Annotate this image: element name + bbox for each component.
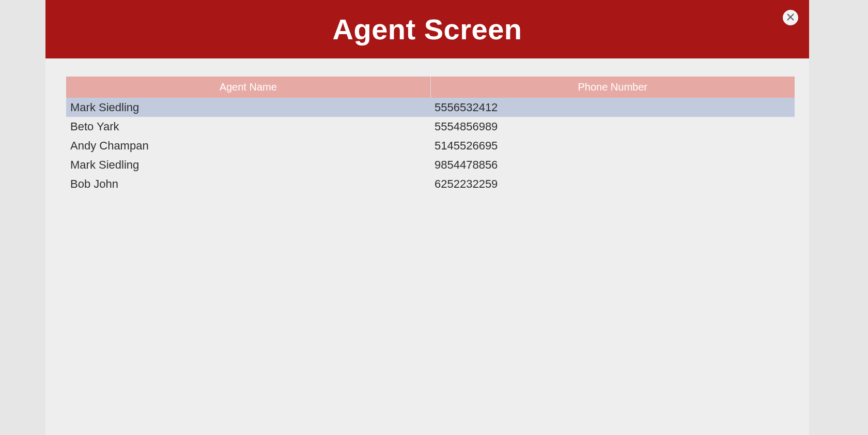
agent-table-wrapper: Agent Name Phone Number Mark Siedling555…	[66, 77, 795, 193]
page-title: Agent Screen	[333, 12, 522, 46]
header-bar: Agent Screen	[45, 0, 809, 58]
cell-agent-name[interactable]: Beto Yark	[66, 117, 430, 136]
agent-screen-panel: Agent Screen Agent Name Phone Number Mar…	[45, 0, 809, 435]
cell-phone-number[interactable]: 9854478856	[430, 155, 795, 174]
close-button[interactable]	[783, 10, 798, 25]
table-header-row: Agent Name Phone Number	[66, 77, 795, 98]
cell-agent-name[interactable]: Mark Siedling	[66, 155, 430, 174]
col-header-phone-number[interactable]: Phone Number	[430, 77, 795, 98]
cell-phone-number[interactable]: 6252232259	[430, 174, 795, 193]
table-row[interactable]: Beto Yark5554856989	[66, 117, 795, 136]
content-area: Agent Name Phone Number Mark Siedling555…	[45, 58, 809, 435]
cell-phone-number[interactable]: 5556532412	[430, 98, 795, 117]
agent-table: Agent Name Phone Number Mark Siedling555…	[66, 77, 795, 193]
table-row[interactable]: Mark Siedling9854478856	[66, 155, 795, 174]
cell-agent-name[interactable]: Mark Siedling	[66, 98, 430, 117]
col-header-agent-name[interactable]: Agent Name	[66, 77, 430, 98]
table-row[interactable]: Mark Siedling5556532412	[66, 98, 795, 117]
cell-phone-number[interactable]: 5554856989	[430, 117, 795, 136]
table-row[interactable]: Bob John6252232259	[66, 174, 795, 193]
cell-agent-name[interactable]: Bob John	[66, 174, 430, 193]
close-icon	[787, 13, 794, 22]
table-row[interactable]: Andy Champan5145526695	[66, 136, 795, 155]
cell-phone-number[interactable]: 5145526695	[430, 136, 795, 155]
cell-agent-name[interactable]: Andy Champan	[66, 136, 430, 155]
